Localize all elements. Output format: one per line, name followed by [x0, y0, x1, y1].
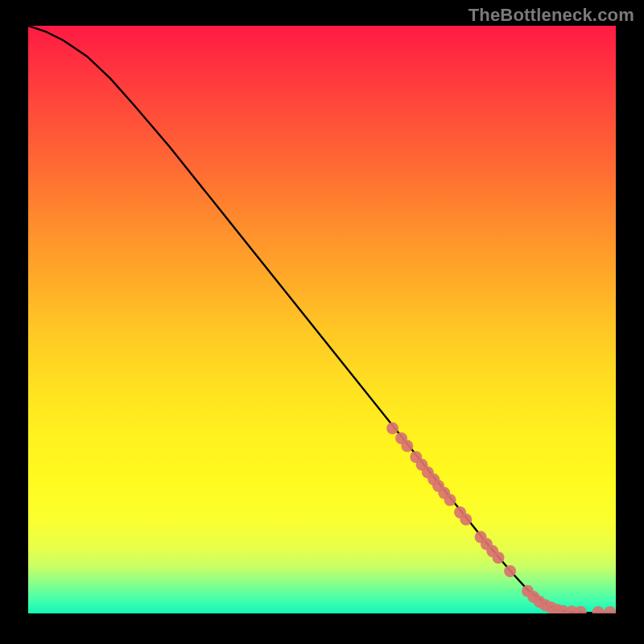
watermark-text: TheBottleneck.com [469, 5, 634, 26]
marker-dot [460, 514, 472, 526]
marker-group [386, 423, 616, 613]
marker-dot [604, 606, 616, 613]
marker-dot [401, 440, 413, 452]
marker-dot [493, 551, 505, 564]
curve-line [28, 26, 616, 613]
chart-overlay [28, 26, 616, 613]
marker-dot [386, 423, 398, 435]
marker-dot [575, 606, 587, 613]
marker-dot [504, 565, 516, 577]
chart-frame: TheBottleneck.com [0, 0, 644, 644]
marker-dot [592, 606, 605, 613]
marker-dot [444, 494, 456, 506]
plot-area [28, 26, 616, 613]
